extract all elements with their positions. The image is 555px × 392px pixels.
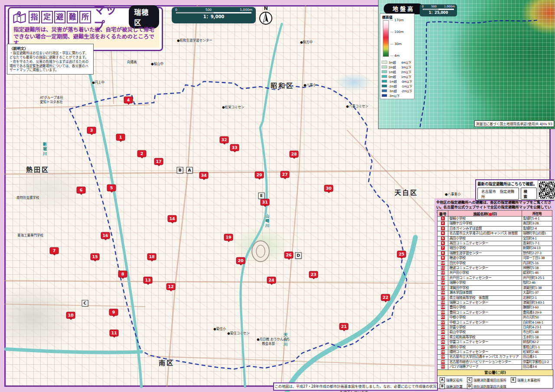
- search-terms-box[interactable]: 名古屋市 指定避難所: [477, 188, 519, 200]
- official-letter-box: D: [467, 384, 472, 389]
- shelter-marker-25[interactable]: 25: [397, 251, 406, 258]
- facility-number-badge: 20: [441, 311, 445, 314]
- table-row: 31 パロマ瑞穂アリーナ 田辺通3-4: [437, 365, 552, 369]
- facility-number-badge: 5: [441, 236, 445, 240]
- explanation-line: ・命を守るため、災害の危険からまずは逃げるための場所である指定緊急避難場所につい…: [10, 60, 91, 72]
- shelter-marker-30[interactable]: 30: [324, 185, 333, 192]
- shelter-marker-12[interactable]: 12: [166, 283, 176, 290]
- shelter-marker-18[interactable]: 18: [147, 253, 157, 260]
- table-row: 4 名古屋市立大学滝子(山の畑)キャンパス 体育館 瑞穂町字山の畑1: [437, 231, 552, 236]
- facility-name: 御劔小学校: [448, 217, 522, 221]
- facility-address: 日向町4-23-1: [522, 325, 552, 330]
- table-row: 13 井戸田コミュニティセンター 井戸田町3-25-1: [437, 275, 552, 280]
- shelter-marker-6[interactable]: 6: [77, 187, 86, 194]
- facility-table-header: 番号 施設名称(■印) 所在地: [437, 211, 552, 217]
- facility-address: 宝田町4-1: [522, 236, 552, 241]
- shelter-marker-14[interactable]: 14: [168, 215, 177, 222]
- officials-box: 官公署(□印) A 瑞穂区役所 B 瑞穂消防署 C 瑞穂消防署堀田出張所 D 特…: [437, 369, 553, 389]
- facility-name: 穂波コミュニティセンター: [448, 266, 522, 271]
- shelter-marker-23[interactable]: 23: [309, 271, 318, 278]
- official-marker-B[interactable]: B: [177, 167, 183, 174]
- facility-number-badge: 12: [441, 271, 445, 275]
- facility-number-badge: 24: [441, 330, 445, 334]
- scale-tick: 500: [206, 8, 212, 12]
- shelter-marker-20[interactable]: 20: [236, 257, 245, 264]
- shelter-marker-17[interactable]: 17: [154, 158, 163, 165]
- shelter-marker-3[interactable]: 3: [87, 127, 96, 134]
- shelter-marker-2[interactable]: 2: [137, 150, 147, 157]
- table-row: 7 堀田小学校 新開町24-13: [437, 246, 552, 251]
- facility-address: 松栄町2-46: [522, 350, 552, 354]
- ward-badge: 瑞穂区: [129, 5, 159, 29]
- elevation-swatch: [382, 84, 387, 88]
- shelter-marker-31[interactable]: 31: [261, 199, 270, 206]
- official-marker-D[interactable]: D: [295, 253, 302, 259]
- shelter-marker-8[interactable]: 8: [118, 271, 127, 278]
- table-row: 2 瑞穂ケ丘中学校 高田町3-28: [437, 221, 552, 226]
- facility-address: 白砂町4-144-1: [522, 320, 552, 325]
- shelter-marker-21[interactable]: 21: [340, 323, 349, 330]
- shelter-marker-22[interactable]: 22: [381, 294, 390, 301]
- facility-number-badge: 23: [441, 325, 445, 329]
- title-char: 所: [79, 11, 91, 23]
- shelter-marker-1[interactable]: 1: [116, 134, 125, 141]
- elevation-class-row: 1m超2m以下: [382, 69, 413, 74]
- facility-address: 津賀田町3-83-1: [522, 300, 552, 305]
- facility-number-badge: 19: [441, 305, 445, 309]
- shelter-marker-5[interactable]: 5: [107, 185, 116, 191]
- facility-address: 蜜柑山町1-1: [522, 345, 552, 350]
- shelter-marker-26[interactable]: 26: [284, 252, 294, 259]
- qr-code[interactable]: [538, 181, 555, 200]
- table-row: 25 県立昭和高等学校 玉水町1-18: [437, 335, 552, 340]
- shelter-marker-9[interactable]: 9: [109, 309, 118, 316]
- table-row: 9 穂波小学校 河岸一丁目1-38: [437, 256, 552, 261]
- explanation-box: 〈説明文〉 ・指定避難所はお住まいの行政区・学区に関わらず、どなたでも最寄りの施…: [7, 44, 94, 75]
- elevation-class-row: 0m超1m以下: [382, 74, 413, 79]
- official-letter-box: B: [440, 384, 445, 389]
- qr-caption: 最新の指定避難所はこちらで確認。: [477, 181, 537, 186]
- shelter-marker-11[interactable]: 11: [110, 330, 119, 337]
- facility-number-badge: 25: [441, 335, 445, 339]
- shelter-marker-34[interactable]: 34: [199, 172, 209, 179]
- facility-name: 豊岡小学校: [448, 305, 522, 310]
- shelter-marker-24[interactable]: 24: [267, 277, 276, 284]
- shelter-marker-10[interactable]: 10: [66, 312, 75, 319]
- table-row: 5 高田小学校 宝田町4-1: [437, 236, 552, 241]
- shelter-marker-29[interactable]: 29: [255, 172, 264, 178]
- shelter-marker-16[interactable]: 16: [101, 232, 110, 239]
- table-row: 16 瀬木学園体育館 大喜町1-37: [437, 291, 552, 295]
- shelter-marker-15[interactable]: 15: [91, 253, 100, 260]
- official-marker-E[interactable]: E: [258, 193, 265, 199]
- official-marker-A[interactable]: A: [186, 167, 193, 174]
- shelter-marker-27[interactable]: 27: [281, 171, 290, 178]
- facility-address: 亀城町5-4-1: [522, 217, 552, 221]
- scale-ratio: 1：9,000: [175, 14, 252, 19]
- search-button[interactable]: 検 索: [521, 188, 537, 200]
- facility-number-badge: 28: [441, 350, 445, 354]
- facility-address: 高田町3-28: [522, 221, 552, 226]
- facility-name: 中根コミュニティセンター: [448, 320, 522, 325]
- north-arrow-icon: N: [258, 5, 273, 27]
- shelter-marker-7[interactable]: 7: [50, 247, 59, 254]
- official-name: 瑞穂土木事務所: [517, 378, 540, 382]
- official-marker-C[interactable]: C: [82, 300, 88, 307]
- facility-address: 井の元町50: [522, 315, 552, 320]
- shelter-marker-28[interactable]: 28: [290, 151, 299, 158]
- table-row: 19 豊岡小学校 膳棚町3-60: [437, 305, 552, 310]
- table-row: 28 陽明コミュニティセンター 松栄町2-46: [437, 350, 552, 354]
- scale-tick: 500: [431, 5, 436, 8]
- facility-number-badge: 7: [441, 246, 445, 250]
- footer-note: この地図は、平成27・28年作成の都市計画基本図を使用しました。なお、必要に応じ…: [273, 382, 438, 391]
- shelter-marker-32[interactable]: 32: [220, 136, 229, 143]
- shelter-marker-33[interactable]: 33: [230, 144, 239, 151]
- facility-name: 弥富コミュニティセンター: [448, 340, 522, 345]
- facility-name: 弥富小学校: [448, 325, 522, 330]
- shelter-marker-4[interactable]: 4: [124, 97, 133, 104]
- shelter-marker-13[interactable]: 13: [144, 277, 153, 284]
- col-header-addr: 所在地: [522, 211, 552, 217]
- shelter-marker-19[interactable]: 19: [224, 234, 233, 241]
- facility-address: 田辺通3-1: [522, 355, 552, 360]
- facility-address: 津賀田町1-38: [522, 285, 552, 290]
- facility-number-badge: 8: [441, 251, 445, 255]
- facility-number-badge: 1: [441, 217, 445, 220]
